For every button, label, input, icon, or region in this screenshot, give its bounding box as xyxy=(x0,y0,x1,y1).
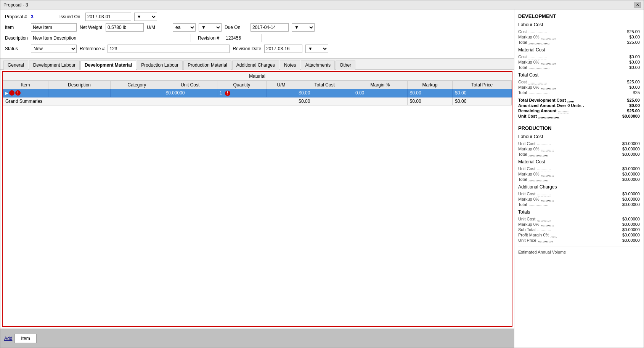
dev-total-total: Total.................. $25 xyxy=(518,90,640,95)
prod-totals-unit-price: Unit Price............. $0.00000 xyxy=(518,238,640,243)
tab-general[interactable]: General xyxy=(3,61,28,70)
prod-totals-title: Totals xyxy=(518,209,640,215)
dev-total-markup: Markup 0%............. $0.00 xyxy=(518,85,640,90)
dev-material-markup: Markup 0%............. $0.00 xyxy=(518,59,640,65)
item-input[interactable] xyxy=(31,23,77,32)
row1-item: ▶ ! xyxy=(3,89,48,97)
status-select[interactable]: New xyxy=(31,45,77,53)
reference-input[interactable] xyxy=(108,45,230,53)
item-label: Item xyxy=(5,25,28,30)
tab-prod-labour[interactable]: Production Labour xyxy=(137,61,183,70)
net-weight-input[interactable] xyxy=(106,23,144,32)
due-on-input[interactable] xyxy=(251,23,289,32)
additional-charges-title: Additional Charges xyxy=(518,184,640,190)
prod-totals-unit-cost: Unit Cost............ $0.00000 xyxy=(518,216,640,222)
total-dev-cost-line: Total Development Cost...... $25.00 xyxy=(518,97,640,103)
prod-totals-profit: Profit Margin 0%..... $0.00000 xyxy=(518,232,640,238)
additional-unit-cost: Unit Cost............ $0.00000 xyxy=(518,191,640,196)
tab-dev-material[interactable]: Development Material xyxy=(80,61,136,70)
form-row-3: Description Revision # xyxy=(5,34,509,42)
grand-markup: $0.00 xyxy=(407,97,453,105)
left-panel: Proposal # 3 Issued On ▼ Item Net Weight… xyxy=(0,10,514,348)
tab-notes[interactable]: Notes xyxy=(280,61,300,70)
issued-on-label: Issued On xyxy=(59,14,82,19)
um-label: U/M xyxy=(147,25,170,30)
prod-material-unit-cost-value: $0.00000 xyxy=(613,166,640,171)
production-title: PRODUCTION xyxy=(518,125,640,131)
dev-labour-cost-value: $25.00 xyxy=(613,29,640,34)
col-item: Item xyxy=(3,81,48,89)
total-cost-title: Total Cost xyxy=(518,72,640,78)
row1-markup: $0.00 xyxy=(407,89,453,97)
prod-material-title: Material Cost xyxy=(518,159,640,164)
grand-summaries-row: Grand Summaries $0.00 $0.00 $0.00 xyxy=(3,97,512,105)
dev-material-markup-value: $0.00 xyxy=(613,60,640,64)
row1-total-price: $0.00 xyxy=(453,89,512,97)
tab-other[interactable]: Other xyxy=(336,61,355,70)
col-total-price: Total Price xyxy=(453,81,512,89)
dev-total-total-value: $25 xyxy=(613,90,640,95)
prod-labour-total-value: $0.00000 xyxy=(613,152,640,156)
row1-unit-cost: $0.00000 xyxy=(163,89,217,97)
table-row-1[interactable]: ▶ ! $0.00000 1 ! xyxy=(3,89,512,97)
additional-markup-value: $0.00000 xyxy=(613,197,640,201)
row-icons: ▶ ! xyxy=(5,90,46,96)
tab-prod-material[interactable]: Production Material xyxy=(183,61,231,70)
description-input[interactable] xyxy=(31,34,191,42)
labour-cost-title: Labour Cost xyxy=(518,22,640,27)
prod-material-unit-cost: Unit Cost............ $0.00000 xyxy=(518,166,640,171)
status-label: Status xyxy=(5,46,28,51)
um-dropdown[interactable]: ▼ xyxy=(199,23,222,32)
row1-description xyxy=(48,89,111,97)
prod-material-total: Total................. $0.00000 xyxy=(518,177,640,182)
dev-summary-section: Total Development Cost...... $25.00 Amor… xyxy=(518,97,640,119)
estimated-annual-label: Estimated Annual Volume xyxy=(518,250,566,254)
col-markup: Markup xyxy=(407,81,453,89)
row1-um xyxy=(266,89,296,97)
prod-totals-profit-value: $0.00000 xyxy=(613,233,640,237)
col-total-cost: Total Cost xyxy=(296,81,353,89)
prod-totals-unit-cost-value: $0.00000 xyxy=(613,217,640,221)
add-button[interactable]: Add xyxy=(4,336,12,341)
dev-total-markup-value: $0.00 xyxy=(613,85,640,89)
revision-date-dropdown[interactable]: ▼ xyxy=(305,45,328,53)
dev-material-cost: Cost................ $0.00 xyxy=(518,54,640,59)
dev-labour-markup: Markup 0%............. $0.00 xyxy=(518,34,640,40)
additional-total: Total................. $0.00000 xyxy=(518,202,640,207)
material-table: Item Description Category Unit Cost Quan… xyxy=(3,81,512,105)
prod-totals-markup: Markup 0%........... $0.00000 xyxy=(518,222,640,227)
tab-attachments[interactable]: Attachments xyxy=(301,61,335,70)
tab-additional[interactable]: Additional Charges xyxy=(232,61,279,70)
row1-quantity: 1 ! xyxy=(217,89,266,97)
material-table-area: Material Item Description Category Unit … xyxy=(2,71,512,327)
due-on-dropdown[interactable]: ▼ xyxy=(292,23,315,32)
tab-dev-labour[interactable]: Development Labour xyxy=(29,61,80,70)
item-button[interactable]: Item xyxy=(14,334,36,343)
additional-total-value: $0.00000 xyxy=(613,202,640,207)
window-title: Proposal - 3 xyxy=(3,2,28,8)
revision-date-input[interactable] xyxy=(264,45,302,53)
issued-on-input[interactable] xyxy=(85,13,131,21)
issued-on-dropdown[interactable]: ▼ xyxy=(134,13,157,21)
form-row-2: Item Net Weight U/M ea ▼ Due On ▼ xyxy=(5,23,509,32)
title-bar: Proposal - 3 ✕ xyxy=(0,0,644,10)
reference-label: Reference # xyxy=(80,46,104,51)
main-window: Proposal - 3 ✕ Proposal # 3 Issued On ▼ xyxy=(0,0,644,348)
row1-total-cost: $0.00 xyxy=(296,89,353,97)
close-button[interactable]: ✕ xyxy=(634,2,641,8)
revision-input[interactable] xyxy=(224,34,262,42)
amortized-line: Amortized Amount Over 0 Units. $0.00 xyxy=(518,103,640,108)
total-dev-cost-value: $25.00 xyxy=(613,98,640,102)
dev-labour-total: Total.................. $25.00 xyxy=(518,40,640,45)
due-on-label: Due On xyxy=(225,25,247,30)
grand-total-cost: $0.00 xyxy=(296,97,353,105)
row1-category xyxy=(111,89,163,97)
proposal-value: 3 xyxy=(31,14,34,19)
dev-total-cost: Cost................ $25.00 xyxy=(518,79,640,85)
material-cost-title: Material Cost xyxy=(518,47,640,53)
development-title: DEVELOPMENT xyxy=(518,13,640,19)
um-select[interactable]: ea xyxy=(173,23,196,32)
dev-labour-total-value: $25.00 xyxy=(613,40,640,45)
prod-labour-markup: Markup 0%........... $0.00000 xyxy=(518,146,640,152)
prod-material-markup: Markup 0%........... $0.00000 xyxy=(518,171,640,177)
